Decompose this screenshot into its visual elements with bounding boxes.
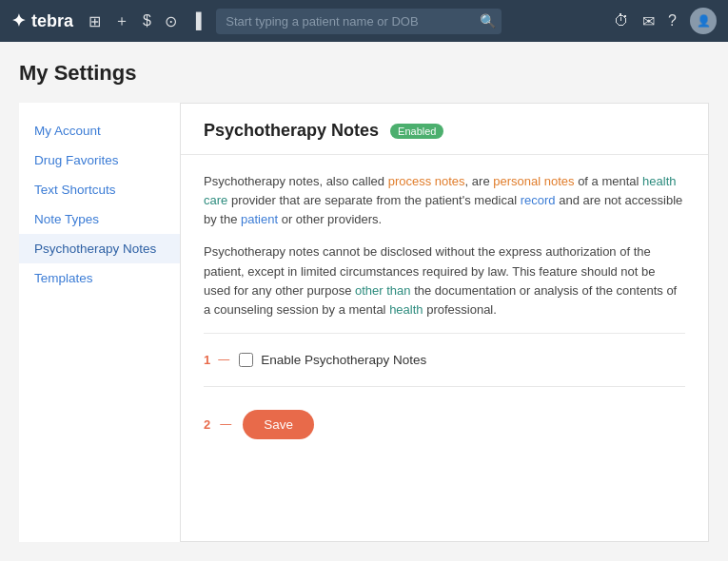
nav-icons: ⊞ ＋ $ ⊙ ▐: [89, 11, 201, 31]
content-area: My Account Drug Favorites Text Shortcuts…: [19, 103, 709, 542]
highlight-other: other than: [355, 283, 411, 298]
highlight-health2: health: [389, 302, 423, 317]
description-text-2: Psychotherapy notes cannot be disclosed …: [204, 242, 685, 319]
sidebar-item-psychotherapy-notes[interactable]: Psychotherapy Notes: [19, 234, 180, 263]
sidebar-item-drug-favorites[interactable]: Drug Favorites: [19, 145, 180, 175]
logo-icon: ✦: [11, 10, 26, 31]
highlight-process-notes: process notes: [388, 174, 465, 188]
enable-psychotherapy-checkbox[interactable]: [239, 353, 253, 367]
divider-2: [204, 386, 685, 387]
sidebar-item-note-types[interactable]: Note Types: [19, 204, 180, 234]
search-wrap: 🔍: [216, 9, 502, 34]
grid-icon[interactable]: ⊞: [89, 12, 101, 30]
page-title: My Settings: [19, 61, 709, 86]
step-2-indicator: 2: [204, 417, 210, 432]
highlight-record: record: [521, 193, 556, 207]
location-icon[interactable]: ⊙: [165, 12, 177, 30]
main-panel: Psychotherapy Notes Enabled Psychotherap…: [181, 103, 709, 542]
highlight-personal: personal notes: [493, 174, 574, 188]
checkbox-section: 1 — Enable Psychotherapy Notes: [204, 347, 685, 373]
sidebar-item-templates[interactable]: Templates: [19, 263, 180, 293]
step-arrow-1: —: [218, 353, 229, 366]
action-row: 2 — Save: [204, 400, 685, 445]
logo: ✦ tebra: [11, 10, 73, 31]
step-arrow-2: —: [220, 417, 231, 431]
panel-title: Psychotherapy Notes: [204, 121, 379, 141]
save-button[interactable]: Save: [243, 410, 314, 439]
help-icon[interactable]: ?: [668, 12, 677, 29]
nav-right: ⏱ ✉ ? 👤: [614, 8, 717, 34]
panel-body: Psychotherapy notes, also called process…: [181, 155, 708, 541]
highlight-patient: patient: [241, 212, 278, 226]
divider-1: [204, 333, 685, 334]
sidebar-item-text-shortcuts[interactable]: Text Shortcuts: [19, 175, 180, 204]
step-1-indicator: 1: [204, 353, 210, 367]
search-button[interactable]: 🔍: [480, 13, 496, 29]
mail-icon[interactable]: ✉: [642, 12, 655, 30]
sidebar-item-my-account[interactable]: My Account: [19, 116, 180, 145]
page-wrap: My Settings My Account Drug Favorites Te…: [0, 42, 728, 561]
panel-header: Psychotherapy Notes Enabled: [181, 104, 708, 155]
search-input[interactable]: [216, 9, 502, 34]
checkbox-label: Enable Psychotherapy Notes: [261, 353, 426, 367]
enabled-badge: Enabled: [390, 124, 443, 139]
plus-icon[interactable]: ＋: [114, 11, 129, 31]
dollar-icon[interactable]: $: [143, 12, 151, 29]
history-icon[interactable]: ⏱: [614, 12, 629, 29]
top-nav: ✦ tebra ⊞ ＋ $ ⊙ ▐ 🔍 ⏱ ✉ ? 👤: [0, 0, 728, 42]
logo-text: tebra: [31, 11, 73, 31]
checkbox-row: Enable Psychotherapy Notes: [239, 347, 426, 373]
description-text-1: Psychotherapy notes, also called process…: [204, 172, 685, 229]
chart-icon[interactable]: ▐: [190, 12, 201, 29]
avatar[interactable]: 👤: [690, 8, 717, 34]
sidebar: My Account Drug Favorites Text Shortcuts…: [19, 103, 181, 542]
